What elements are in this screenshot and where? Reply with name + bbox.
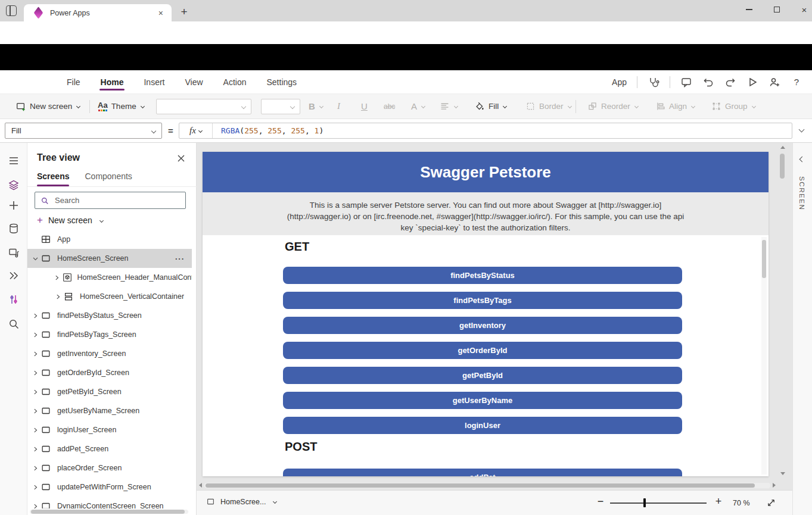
menu-item[interactable]: Home [99,72,125,92]
tree-item[interactable]: addPet_Screen ··· [27,439,192,458]
chevron-icon[interactable] [30,389,41,395]
panel-tab[interactable]: Components [85,171,132,186]
app-scope-label[interactable]: App [612,77,627,87]
api-button[interactable]: findPetsByTags [283,292,682,309]
fit-to-window-icon[interactable] [766,498,776,508]
preview-play-icon[interactable] [746,76,758,88]
strikethrough-button[interactable]: abc [384,94,395,118]
data-icon[interactable] [8,223,20,235]
chevron-icon[interactable] [30,503,41,509]
tree-item[interactable]: loginUser_Screen ··· [27,420,192,439]
group-button[interactable]: Group [711,94,755,118]
tree-item[interactable]: App ··· [27,230,192,249]
property-dropdown[interactable]: Fill [5,123,162,139]
screen-selector[interactable]: HomeScree... [206,497,276,506]
zoom-slider-track[interactable] [610,502,707,504]
share-person-icon[interactable] [769,76,780,88]
api-button[interactable]: getInventory [283,317,682,334]
chevron-icon[interactable] [30,370,41,376]
panel-tab[interactable]: Screens [37,171,69,186]
tree-item[interactable]: findPetsByStatus_Screen ··· [27,306,192,325]
tree-item[interactable]: updatePetWithForm_Screen ··· [27,477,192,497]
app-gallery-scrollbar[interactable] [761,237,767,475]
window-maximize-button[interactable] [765,0,789,19]
font-color-button[interactable]: A [411,94,425,118]
tree-item[interactable]: getInventory_Screen ··· [27,344,192,363]
screen-rail-label[interactable]: SCREEN [798,176,805,211]
search-icon[interactable] [8,318,20,330]
zoom-percentage[interactable]: 70 % [733,499,750,507]
chevron-icon[interactable] [30,427,41,433]
menu-item[interactable]: View [183,72,204,92]
api-button[interactable]: addPet [283,469,682,476]
app-checker-icon[interactable] [648,76,659,88]
canvas-vertical-scrollbar[interactable] [779,145,786,481]
workspaces-icon[interactable] [6,5,17,16]
formula-text[interactable]: RGBA(255, 255, 255, 1) [213,126,323,135]
tree-item[interactable]: HomeScreen_Header_ManualContainer ··· [27,268,192,287]
new-screen-button[interactable]: + New screen [37,216,103,225]
help-icon[interactable]: ? [791,76,802,88]
chevron-icon[interactable] [30,255,41,262]
api-button[interactable]: getPetById [283,367,682,384]
underline-button[interactable]: U [361,94,368,118]
insert-plus-icon[interactable] [8,199,20,211]
chevron-icon[interactable] [30,332,41,338]
window-minimize-button[interactable] [737,0,761,19]
browser-tab[interactable]: Power Apps × [24,4,172,21]
font-family-dropdown[interactable] [156,99,251,114]
border-button[interactable]: Border [525,94,571,118]
tree-item[interactable]: DynamicContentScreen_Screen ··· [27,497,192,508]
tree-item[interactable]: findPetsByTags_Screen ··· [27,325,192,344]
chevron-icon[interactable] [30,408,41,414]
api-button[interactable]: getOrderById [283,342,682,359]
tab-close-icon[interactable]: × [156,8,166,18]
bold-button[interactable]: B [309,94,323,118]
menu-item[interactable]: File [66,72,82,92]
tree-item[interactable]: getUserByName_Screen ··· [27,401,192,420]
tree-item[interactable]: getOrderById_Screen ··· [27,363,192,382]
chevron-icon[interactable] [30,465,41,472]
tree-view-icon[interactable] [8,179,20,191]
api-button[interactable]: getUserByName [283,392,682,409]
zoom-slider-handle[interactable] [643,498,646,507]
tree-item[interactable]: HomeScreen_VerticalContainer ··· [27,287,192,306]
text-align-button[interactable] [440,94,458,118]
fill-button[interactable]: Fill [474,94,506,118]
advanced-tools-icon[interactable] [8,294,20,305]
theme-button[interactable]: Aa Theme [98,94,144,118]
menu-item[interactable]: Settings [266,72,298,92]
tree-item[interactable]: HomeScreen_Screen ··· [27,249,192,268]
tree-search-box[interactable] [35,192,186,209]
zoom-out-button[interactable]: − [595,495,606,508]
font-size-dropdown[interactable] [261,99,300,114]
italic-button[interactable]: I [337,94,340,118]
formula-input[interactable]: fx RGBA(255, 255, 255, 1) [179,123,792,139]
api-button[interactable]: findPetsByStatus [283,267,682,284]
more-options-icon[interactable]: ··· [175,254,185,263]
tree-horizontal-scrollbar[interactable] [30,510,188,514]
app-screen[interactable]: Swagger Petstore This is a sample server… [203,152,769,476]
search-input[interactable] [54,195,180,205]
menu-item[interactable]: Insert [142,72,166,92]
chevron-icon[interactable] [30,313,41,319]
chevron-icon[interactable] [30,351,41,357]
app-title-banner[interactable]: Swagger Petstore [203,152,769,192]
zoom-in-button[interactable]: + [713,495,724,508]
new-tab-button[interactable]: + [176,5,192,19]
tree-item[interactable]: placeOrder_Screen ··· [27,458,192,477]
chevron-icon[interactable] [30,484,41,491]
chevron-icon[interactable] [52,294,63,300]
chevron-icon[interactable] [30,446,41,452]
align-button[interactable]: Align [655,94,695,118]
comments-icon[interactable] [680,76,692,88]
canvas-horizontal-scrollbar[interactable] [197,481,778,489]
new-screen-button[interactable]: New screen [15,94,80,118]
media-icon[interactable] [8,246,20,258]
fx-dropdown[interactable]: fx [179,123,213,138]
expand-panel-icon[interactable] [799,157,805,163]
power-automate-icon[interactable] [8,270,20,282]
window-close-button[interactable]: × [792,0,812,19]
api-button[interactable]: loginUser [283,417,682,434]
reorder-button[interactable]: Reorder [587,94,638,118]
